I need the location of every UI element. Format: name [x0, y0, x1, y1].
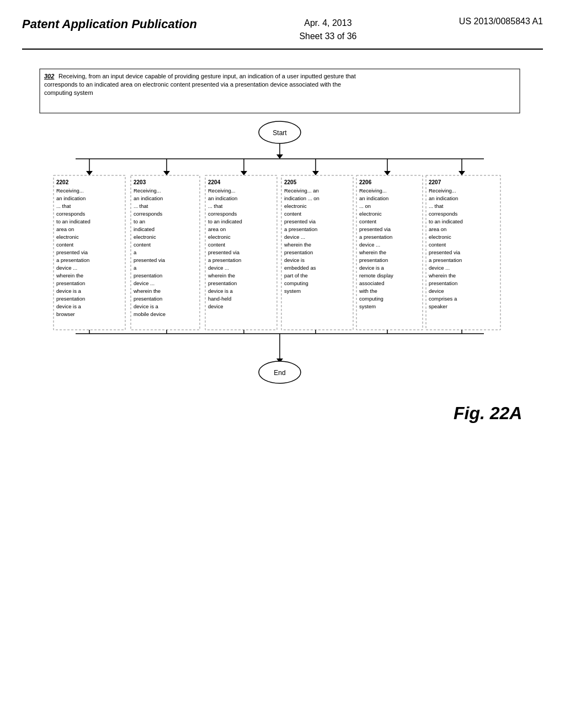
svg-text:system: system [359, 303, 376, 309]
svg-text:device is a: device is a [56, 288, 82, 294]
svg-text:presented via: presented via [429, 249, 461, 255]
svg-text:corresponds: corresponds [429, 211, 458, 217]
svg-text:Fig. 22A: Fig. 22A [454, 403, 522, 423]
svg-text:mobile device: mobile device [134, 311, 166, 317]
svg-text:Receiving... an: Receiving... an [284, 188, 319, 194]
svg-text:computing: computing [359, 296, 383, 302]
svg-text:device ...: device ... [359, 242, 380, 248]
svg-text:hand-held: hand-held [208, 296, 231, 302]
svg-text:device: device [208, 303, 223, 309]
svg-text:device ...: device ... [429, 265, 450, 271]
svg-text:device ...: device ... [56, 265, 77, 271]
svg-text:... on: ... on [359, 203, 371, 209]
svg-text:device is a: device is a [56, 303, 82, 309]
svg-text:device is a: device is a [134, 303, 159, 309]
svg-text:device is: device is [284, 257, 305, 263]
svg-text:content: content [134, 242, 151, 248]
svg-text:to an indicated: to an indicated [56, 218, 90, 224]
svg-text:Receiving...: Receiving... [359, 188, 387, 194]
svg-text:wherein the: wherein the [56, 272, 83, 279]
svg-text:speaker: speaker [429, 303, 447, 309]
svg-text:presentation: presentation [284, 249, 313, 255]
svg-text:content: content [56, 242, 74, 248]
svg-text:device is a: device is a [359, 265, 385, 271]
svg-text:content: content [359, 218, 377, 224]
svg-text:2206: 2206 [359, 179, 372, 185]
svg-text:device: device [429, 288, 444, 294]
svg-text:electronic: electronic [56, 234, 79, 240]
svg-text:Receiving...: Receiving... [56, 188, 84, 194]
svg-text:associated: associated [359, 280, 384, 286]
svg-text:an indication: an indication [359, 195, 388, 201]
svg-text:presentation: presentation [134, 272, 162, 279]
svg-text:wherein the: wherein the [428, 272, 456, 279]
svg-text:an indication: an indication [429, 195, 458, 201]
svg-text:embedded as: embedded as [284, 265, 316, 271]
svg-text:Receiving...: Receiving... [208, 188, 236, 194]
svg-text:2207: 2207 [429, 179, 441, 185]
svg-text:corresponds: corresponds [134, 211, 163, 217]
svg-text:area on: area on [56, 226, 74, 232]
svg-text:corresponds to an indicated ar: corresponds to an indicated area on elec… [44, 81, 341, 88]
page: Patent Application Publication Apr. 4, 2… [0, 0, 565, 728]
svg-text:presentation: presentation [56, 296, 85, 302]
svg-text:... that: ... that [56, 203, 71, 209]
patent-number: US 2013/0085843 A1 [459, 17, 543, 26]
svg-marker-21 [459, 171, 465, 175]
svg-text:presented via: presented via [134, 257, 166, 263]
svg-text:Receiving...: Receiving... [134, 188, 161, 194]
svg-text:presentation: presentation [134, 296, 162, 302]
svg-text:computing system: computing system [44, 89, 93, 96]
svg-marker-13 [163, 171, 170, 175]
svg-text:electronic: electronic [134, 234, 156, 240]
svg-text:comprises a: comprises a [429, 296, 457, 302]
svg-text:area on: area on [208, 226, 226, 232]
header-date-sheet: Apr. 4, 2013 Sheet 33 of 36 [299, 17, 356, 43]
svg-text:2205: 2205 [284, 179, 297, 185]
svg-marker-8 [276, 154, 283, 159]
svg-text:content: content [284, 211, 302, 217]
svg-text:presented via: presented via [284, 218, 316, 224]
svg-text:a presentation: a presentation [429, 257, 462, 263]
svg-text:corresponds: corresponds [56, 211, 86, 217]
svg-text:part of the: part of the [284, 272, 308, 279]
svg-text:Receiving, from an input devic: Receiving, from an input device capable … [58, 73, 356, 79]
svg-text:2204: 2204 [208, 179, 221, 185]
svg-text:302: 302 [44, 73, 54, 79]
svg-marker-11 [86, 171, 93, 175]
svg-marker-19 [384, 171, 391, 175]
svg-text:an indication: an indication [134, 195, 163, 201]
svg-text:presented via: presented via [208, 249, 240, 255]
svg-text:to an indicated: to an indicated [429, 218, 463, 224]
svg-text:content: content [429, 242, 446, 248]
svg-text:2203: 2203 [134, 179, 146, 185]
svg-text:presentation: presentation [208, 280, 237, 286]
publication-date: Apr. 4, 2013 [304, 18, 351, 28]
diagram-container: text { font-family: Arial, Helvetica, sa… [34, 66, 531, 620]
svg-text:presentation: presentation [359, 257, 388, 263]
svg-text:a presentation: a presentation [56, 257, 89, 263]
svg-text:a: a [134, 265, 137, 271]
svg-text:indicated: indicated [134, 226, 154, 232]
svg-text:indication ... on: indication ... on [284, 195, 319, 201]
svg-text:an indication: an indication [56, 195, 86, 201]
svg-text:wherein the: wherein the [207, 272, 235, 279]
sheet-info: Sheet 33 of 36 [299, 31, 356, 41]
svg-text:with the: with the [359, 288, 377, 294]
svg-text:End: End [274, 369, 285, 377]
svg-text:wherein the: wherein the [133, 288, 161, 294]
svg-text:presented via: presented via [56, 249, 88, 255]
svg-text:device is a: device is a [208, 288, 233, 294]
page-header: Patent Application Publication Apr. 4, 2… [22, 17, 543, 50]
svg-text:device ...: device ... [284, 234, 305, 240]
svg-text:wherein the: wherein the [284, 242, 311, 248]
svg-text:to an indicated: to an indicated [208, 218, 242, 224]
svg-text:wherein the: wherein the [359, 249, 386, 255]
svg-text:browser: browser [56, 311, 75, 317]
svg-text:area on: area on [429, 226, 446, 232]
svg-text:a presentation: a presentation [359, 234, 392, 240]
svg-text:electronic: electronic [359, 211, 382, 217]
svg-text:remote display: remote display [359, 272, 393, 279]
svg-text:to an: to an [134, 218, 145, 224]
svg-text:Receiving...: Receiving... [429, 188, 456, 194]
